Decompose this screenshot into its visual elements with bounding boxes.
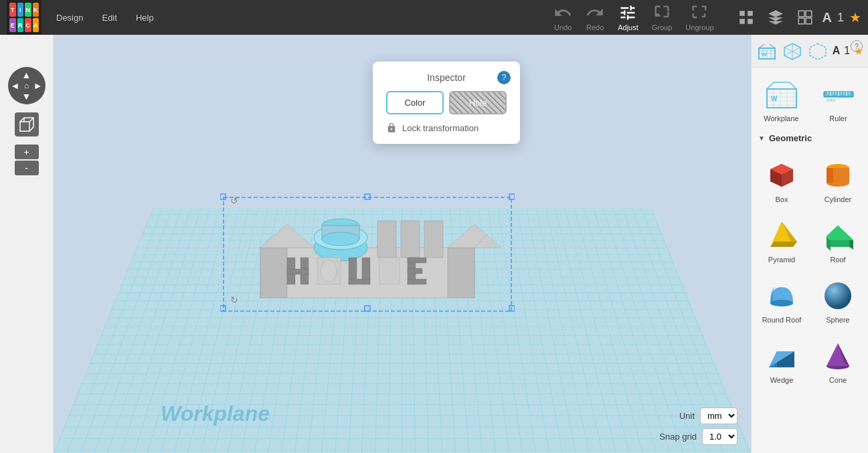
svg-text:W: W [771,95,778,102]
lock-transformation-row[interactable]: Lock transformation [386,122,507,133]
svg-line-59 [767,82,774,89]
group-button[interactable]: Group [652,3,673,31]
top-right-icons: A 1 ★ [734,5,861,29]
shape-cone[interactable]: Cone [810,331,865,389]
svg-rect-3 [806,18,812,24]
rp-3d-icon[interactable] [782,40,803,62]
svg-marker-57 [810,43,826,60]
svg-rect-41 [408,279,426,284]
svg-line-6 [29,118,33,122]
pyramid-icon [762,215,802,256]
nav-help[interactable]: Help [126,9,163,27]
nav-home-icon[interactable]: ⌂ [24,81,29,90]
logo[interactable]: T I N K E R C A [7,0,41,35]
svg-marker-25 [448,224,501,248]
adjust-button[interactable]: Adjust [618,3,638,31]
svg-rect-39 [408,258,426,263]
sphere-label: Sphere [826,316,849,324]
rp-workplane-icon[interactable]: W [756,40,778,62]
wedge-icon [762,336,802,376]
svg-rect-21 [377,221,396,258]
model-svg: ↺ ↻ [220,184,515,318]
workplane-tool[interactable]: W Workplane [754,70,808,126]
navigation-circle: ▲ ▼ ◄ ► ⌂ [8,67,46,104]
ruler-tool-icon: mm [818,74,859,114]
section-collapse-icon[interactable]: ▼ [758,134,765,142]
shape-wedge[interactable]: Wedge [754,331,809,389]
shape-sphere[interactable]: Sphere [810,270,865,329]
text-view-icon[interactable]: A [822,10,832,25]
shape-round-roof[interactable]: Round Roof [754,270,809,329]
logo-cell-t: T [9,3,16,17]
nav-down-arrow[interactable]: ▼ [22,91,31,102]
box-view-icon[interactable] [764,5,788,29]
hole-button[interactable]: Hole [449,91,507,114]
cylinder-label: Cylinder [824,195,851,203]
svg-rect-90 [827,168,833,183]
svg-rect-12 [365,194,370,199]
inspector-help-button[interactable]: ? [497,71,511,84]
workplane-tool-icon: W [762,74,802,114]
logo-cell-r: R [17,18,24,32]
svg-rect-2 [798,18,804,24]
wireframe-icon[interactable] [793,5,817,29]
unit-select[interactable]: mm cm in [700,407,737,424]
rp-text-icon[interactable]: A [833,45,841,57]
toolbar: Undo Redo Adjust Group Ungroup [553,3,727,31]
color-button[interactable]: Color [386,91,444,114]
nav-control-group: ▲ ▼ ◄ ► ⌂ [8,67,46,104]
svg-marker-93 [770,242,797,247]
rp-number-icon[interactable]: 1 [844,45,850,57]
svg-text:W: W [762,52,767,58]
nav-left-arrow[interactable]: ◄ [11,80,20,91]
snap-row: Snap grid 0.1 0.5 1.0 2.0 [659,428,737,445]
nav-right-arrow[interactable]: ► [33,80,43,91]
bottom-controls: Unit mm cm in Snap grid 0.1 0.5 1.0 2.0 [659,407,737,445]
svg-rect-37 [379,258,400,284]
grid-view-icon[interactable] [734,5,758,29]
cone-label: Cone [829,376,847,384]
svg-point-98 [770,300,793,306]
svg-text:↻: ↻ [230,294,238,305]
ruler-tool[interactable]: mm Ruler [811,70,865,126]
zoom-in-button[interactable]: + [15,145,39,159]
rp-top-icons: W [752,35,868,68]
zoom-controls: + - [15,145,39,175]
svg-rect-9 [509,194,515,199]
canvas-area[interactable]: Workplane ↺ ↻ [54,35,751,453]
svg-point-99 [824,282,851,309]
shape-box[interactable]: Box [754,150,809,209]
nav-design[interactable]: Design [47,9,92,27]
redo-button[interactable]: Redo [586,3,604,31]
svg-marker-24 [260,224,314,248]
3d-model[interactable]: ↺ ↻ [220,184,515,318]
shape-cylinder[interactable]: Cylinder [810,150,865,209]
sphere-icon [818,276,858,316]
svg-rect-31 [287,269,309,274]
nav-edit[interactable]: Edit [92,9,126,27]
shape-pyramid[interactable]: Pyramid [754,210,809,269]
ungroup-button[interactable]: Ungroup [685,3,713,31]
rp-tools-section: W Workplane [752,68,868,129]
zoom-out-button[interactable]: - [15,161,39,175]
help-badge[interactable]: ? [851,40,863,52]
box-icon [762,155,802,195]
logo-cell-k: K [33,3,39,17]
number-view-icon[interactable]: 1 [837,11,844,25]
svg-point-28 [322,232,359,246]
unit-label: Unit [679,411,695,421]
geometric-section-header: ▼ Geometric [752,129,868,147]
svg-rect-8 [220,194,226,199]
snap-select[interactable]: 0.1 0.5 1.0 2.0 [702,428,737,445]
topbar: T I N K E R C A Design Edit Help Undo Re… [0,0,868,35]
svg-rect-36 [349,279,370,284]
snap-label: Snap grid [659,432,697,442]
favorite-icon[interactable]: ★ [849,9,861,25]
left-sidebar: ? ▲ ▼ ◄ ► ⌂ + - [0,35,54,453]
logo-cell-a: A [33,18,39,32]
view-cube[interactable] [15,112,39,137]
rp-wireframe-icon[interactable] [807,40,829,62]
shape-roof[interactable]: Roof [810,210,865,269]
undo-button[interactable]: Undo [553,3,572,31]
nav-up-arrow[interactable]: ▲ [22,70,31,80]
